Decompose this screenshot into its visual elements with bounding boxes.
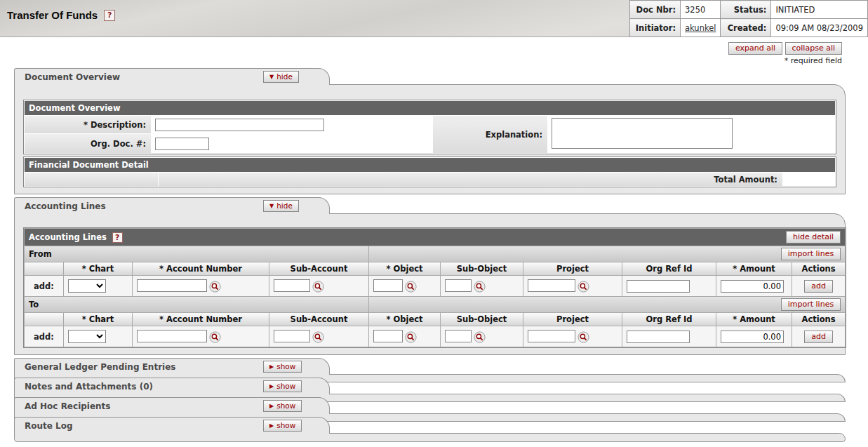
total-amount-label: Total Amount: xyxy=(159,173,782,186)
doc-nbr-value: 3250 xyxy=(681,1,721,19)
section-document-overview: Document Overview ▼ hide Document Overvi… xyxy=(14,68,846,194)
account-lookup-icon[interactable] xyxy=(209,281,221,293)
route-log-show-button[interactable]: ▶ show xyxy=(263,420,302,432)
from-chart-select[interactable] xyxy=(68,279,106,293)
col-org-ref-id: Org Ref Id xyxy=(622,313,716,326)
from-amount-input[interactable] xyxy=(721,280,784,293)
show-label: show xyxy=(276,421,295,429)
col-account-number: * Account Number xyxy=(133,313,269,326)
hide-label: hide xyxy=(276,201,293,210)
top-banner: Transfer Of Funds ? Doc Nbr: 3250 Status… xyxy=(0,0,868,37)
object-lookup-icon[interactable] xyxy=(405,331,417,343)
expand-arrow-icon: ▶ xyxy=(269,403,274,409)
tab-title: Route Log xyxy=(25,421,73,431)
created-value: 09:09 AM 08/23/2009 xyxy=(771,19,868,37)
col-chart: * Chart xyxy=(64,262,132,275)
tab-general-ledger-pending-entries: General Ledger Pending Entries ▶ show xyxy=(14,358,330,375)
to-sub-object-input[interactable] xyxy=(445,330,472,342)
accounting-lines-title: Accounting Lines xyxy=(29,232,107,242)
project-lookup-icon[interactable] xyxy=(577,281,589,293)
created-label: Created: xyxy=(721,19,771,37)
from-sub-account-input[interactable] xyxy=(274,279,310,292)
project-lookup-icon[interactable] xyxy=(577,331,589,343)
from-project-input[interactable] xyxy=(528,279,575,292)
to-account-number-input[interactable] xyxy=(137,330,207,342)
to-amount-input[interactable] xyxy=(721,331,784,343)
status-value: INITIATED xyxy=(771,1,868,19)
account-lookup-icon[interactable] xyxy=(209,331,221,343)
to-add-label: add: xyxy=(25,326,63,347)
from-account-number-input[interactable] xyxy=(137,279,207,292)
show-label: show xyxy=(276,362,295,371)
col-sub-object: Sub-Object xyxy=(441,313,523,326)
doc-info-table: Doc Nbr: 3250 Status: INITIATED Initiato… xyxy=(629,0,868,37)
doc-nbr-label: Doc Nbr: xyxy=(630,1,681,19)
tab-notes-and-attachments: Notes and Attachments (0) ▶ show xyxy=(14,378,330,394)
org-doc-input[interactable] xyxy=(155,138,209,150)
expand-arrow-icon: ▶ xyxy=(269,383,274,389)
expand-arrow-icon: ▶ xyxy=(269,363,274,370)
document-overview-hide-button[interactable]: ▼ hide xyxy=(263,71,299,83)
description-input[interactable] xyxy=(155,119,324,131)
from-org-ref-id-input[interactable] xyxy=(627,280,690,293)
col-sub-account: Sub-Account xyxy=(269,262,368,275)
col-account-number: * Account Number xyxy=(133,262,269,275)
accounting-lines-header-bar: Accounting Lines ? hide detail xyxy=(25,229,845,246)
general-ledger-show-button[interactable]: ▶ show xyxy=(263,361,302,373)
to-import-lines-button[interactable]: import lines xyxy=(781,298,841,311)
from-import-lines-button[interactable]: import lines xyxy=(781,248,841,260)
accounting-lines-hide-button[interactable]: ▼ hide xyxy=(263,200,299,212)
sub-account-lookup-icon[interactable] xyxy=(312,331,324,343)
from-group-label: From xyxy=(25,246,368,262)
to-sub-account-input[interactable] xyxy=(274,330,310,342)
sub-account-lookup-icon[interactable] xyxy=(312,281,324,293)
accounting-lines-panel: Accounting Lines ? hide detail From impo… xyxy=(14,213,846,355)
tab-title: Document Overview xyxy=(25,72,120,82)
total-amount-value xyxy=(783,173,835,186)
col-org-ref-id: Org Ref Id xyxy=(622,262,716,275)
expand-arrow-icon: ▶ xyxy=(269,422,274,429)
sub-object-lookup-icon[interactable] xyxy=(474,331,486,343)
section-route-log: Route Log ▶ show xyxy=(14,417,846,442)
col-actions: Actions xyxy=(792,262,845,275)
col-sub-object: Sub-Object xyxy=(441,262,523,275)
financial-document-detail-table: Financial Document Detail Total Amount: xyxy=(23,156,836,187)
col-chart: * Chart xyxy=(64,313,132,326)
from-add-label: add: xyxy=(25,276,63,296)
required-field-note: * required field xyxy=(0,56,842,65)
to-group-label: To xyxy=(25,297,368,312)
show-label: show xyxy=(276,382,295,390)
sub-object-lookup-icon[interactable] xyxy=(474,281,486,293)
from-add-button[interactable]: add xyxy=(804,280,833,293)
from-object-input[interactable] xyxy=(373,279,403,292)
collapse-arrow-icon: ▼ xyxy=(269,74,274,80)
collapse-all-button[interactable]: collapse all xyxy=(785,42,842,55)
from-sub-object-input[interactable] xyxy=(445,279,472,292)
panel-strip xyxy=(14,433,846,442)
initiator-link[interactable]: akunkel xyxy=(685,23,716,33)
col-object: * Object xyxy=(369,262,440,275)
to-org-ref-id-input[interactable] xyxy=(627,331,690,343)
initiator-label: Initiator: xyxy=(630,19,681,37)
tab-accounting-lines: Accounting Lines ▼ hide xyxy=(14,197,330,214)
to-chart-select[interactable] xyxy=(68,330,106,343)
hide-label: hide xyxy=(276,72,293,81)
tab-title: General Ledger Pending Entries xyxy=(25,362,175,372)
object-lookup-icon[interactable] xyxy=(405,281,417,293)
explanation-textarea[interactable] xyxy=(552,118,733,149)
explanation-label: Explanation: xyxy=(433,116,547,153)
tab-ad-hoc-recipients: Ad Hoc Recipients ▶ show xyxy=(14,397,330,414)
help-icon[interactable]: ? xyxy=(104,10,115,21)
fdd-spacer-cell xyxy=(25,173,158,186)
col-project: Project xyxy=(523,313,622,326)
to-object-input[interactable] xyxy=(373,330,403,342)
to-project-input[interactable] xyxy=(528,330,575,342)
hide-detail-button[interactable]: hide detail xyxy=(786,231,841,243)
show-label: show xyxy=(276,401,295,410)
ad-hoc-recipients-show-button[interactable]: ▶ show xyxy=(263,400,302,412)
col-project: Project xyxy=(523,262,622,275)
to-add-button[interactable]: add xyxy=(804,331,833,343)
notes-attachments-show-button[interactable]: ▶ show xyxy=(263,380,302,392)
expand-all-button[interactable]: expand all xyxy=(728,42,782,55)
help-icon[interactable]: ? xyxy=(112,232,123,243)
